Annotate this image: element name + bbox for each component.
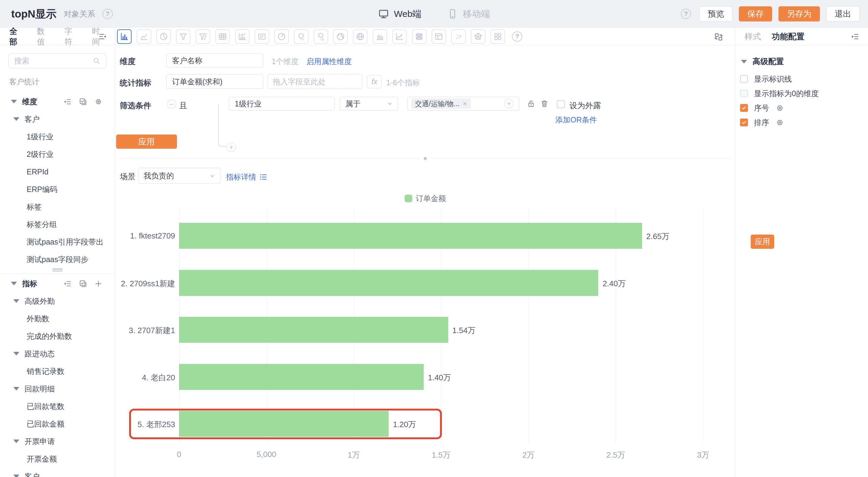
- chart-type-table-button[interactable]: [215, 29, 230, 44]
- sidebar-tab-1[interactable]: 全部: [9, 26, 23, 47]
- metric-detail-link[interactable]: 指标详情: [226, 172, 267, 182]
- collapse-panel-icon[interactable]: [420, 153, 431, 163]
- chart-type-gauge-button[interactable]: [274, 29, 289, 44]
- apply-query-button[interactable]: 应用: [116, 134, 177, 149]
- chart-type-funnel-compare-button[interactable]: [196, 29, 210, 44]
- add-or-condition-link[interactable]: 添加OR条件: [555, 115, 597, 125]
- tree-subgroup[interactable]: 开票申请: [0, 433, 115, 450]
- tree-subgroup[interactable]: 客户: [0, 468, 115, 477]
- save-button[interactable]: 保存: [739, 6, 772, 22]
- tree-item[interactable]: 销售记录数: [0, 362, 115, 380]
- add-filter-value-button[interactable]: +: [504, 99, 514, 108]
- tree-item[interactable]: 标签分组: [0, 216, 115, 233]
- chart-type-map-china-bubble-button[interactable]: CN: [314, 29, 328, 44]
- chart-type-radar-button[interactable]: [471, 29, 486, 44]
- sidebar-tab-2[interactable]: 数值: [37, 26, 51, 47]
- chart-type-crosstab-button[interactable]: [432, 29, 446, 44]
- indent-icon[interactable]: [63, 279, 72, 288]
- filter-operator-select[interactable]: 属于: [340, 97, 398, 110]
- advanced-config-section[interactable]: 高级配置: [741, 56, 868, 67]
- chart-type-map-china-button[interactable]: CN: [294, 29, 309, 44]
- metric-field-input[interactable]: [166, 74, 264, 89]
- settings-hexagon-icon[interactable]: [94, 97, 103, 106]
- filter-value-box[interactable]: 交通/运输/物...: [407, 97, 519, 110]
- chart-type-histogram-button[interactable]: [373, 29, 387, 44]
- swap-axes-icon[interactable]: [713, 32, 724, 42]
- tree-item[interactable]: 测试paas字段同步: [0, 251, 115, 268]
- multi-select-icon[interactable]: [79, 97, 87, 106]
- field-filter-icon[interactable]: [98, 32, 107, 41]
- tree-item[interactable]: ERPId: [0, 163, 115, 181]
- exit-button[interactable]: 退出: [826, 6, 860, 22]
- filter-field-input[interactable]: [229, 97, 335, 110]
- remove-tag-icon[interactable]: [462, 101, 467, 106]
- settings-hexagon-icon[interactable]: [775, 118, 784, 127]
- lock-icon[interactable]: [527, 99, 536, 108]
- tree-item[interactable]: 1级行业: [0, 128, 115, 146]
- chart-type-map-world-button[interactable]: [333, 29, 348, 44]
- chart-type-blocks-button[interactable]: [491, 29, 505, 44]
- tree-group[interactable]: 维度: [0, 93, 115, 110]
- tree-item[interactable]: 开票金额: [0, 450, 115, 468]
- mobile-toggle[interactable]: 移动端: [447, 8, 490, 20]
- chart-type-combo-button[interactable]: [235, 29, 249, 44]
- object-relation-help-icon[interactable]: ?: [102, 9, 113, 19]
- tree-item[interactable]: 测试paas引用字段带出: [0, 233, 115, 251]
- plus-icon[interactable]: [94, 279, 103, 288]
- object-relation-link[interactable]: 对象关系: [64, 9, 95, 19]
- chart-type-line-button[interactable]: [137, 29, 151, 44]
- help-icon[interactable]: ?: [681, 9, 691, 19]
- chart-type-scatter-button[interactable]: [451, 29, 466, 44]
- chart-type-card-button[interactable]: [255, 29, 269, 44]
- tree-item[interactable]: 2级行业: [0, 146, 115, 163]
- add-and-condition-button[interactable]: +: [226, 142, 236, 152]
- trash-icon[interactable]: [540, 99, 549, 108]
- config-option-checkbox[interactable]: [740, 75, 748, 83]
- field-search-input[interactable]: 搜索: [8, 53, 106, 68]
- tree-subgroup[interactable]: 高级外勤: [0, 292, 115, 310]
- bar[interactable]: [179, 270, 598, 296]
- metric-drop-zone[interactable]: 拖入字段至此处: [268, 74, 362, 89]
- tree-item[interactable]: ERP编码: [0, 181, 115, 198]
- tree-subgroup[interactable]: 跟进动态: [0, 345, 115, 362]
- tree-subgroup[interactable]: 回款明细: [0, 380, 115, 398]
- remove-condition-group-button[interactable]: −: [167, 99, 176, 109]
- indent-icon[interactable]: [63, 97, 72, 106]
- config-option-checkbox[interactable]: [740, 119, 748, 126]
- tree-item[interactable]: 标签: [0, 198, 115, 216]
- chart-type-bar-button[interactable]: [117, 29, 131, 44]
- chart-type-help-icon[interactable]: ?: [512, 31, 522, 42]
- dimension-field-input[interactable]: [166, 53, 264, 68]
- bar[interactable]: [179, 223, 642, 249]
- bar[interactable]: [179, 317, 448, 343]
- formula-button[interactable]: fx: [367, 75, 382, 88]
- multi-select-icon[interactable]: [79, 279, 87, 288]
- sidebar-tab-3[interactable]: 字符: [64, 26, 78, 47]
- config-option-checkbox[interactable]: [740, 104, 748, 112]
- chart-type-funnel-button[interactable]: [176, 29, 190, 44]
- tab-function-config[interactable]: 功能配置: [772, 31, 805, 42]
- config-option-checkbox[interactable]: [740, 90, 748, 97]
- web-toggle[interactable]: Web端: [378, 8, 421, 20]
- settings-hexagon-icon[interactable]: [775, 103, 784, 113]
- tree-item[interactable]: 已回款笔数: [0, 398, 115, 415]
- apply-config-button[interactable]: 应用: [751, 234, 774, 249]
- tree-item[interactable]: 外勤数: [0, 310, 115, 327]
- drag-handle-icon[interactable]: [52, 267, 63, 273]
- scene-select[interactable]: 我负责的: [138, 168, 220, 184]
- chart-type-trend-line-button[interactable]: [392, 29, 407, 44]
- preview-button[interactable]: 预览: [699, 6, 733, 22]
- tab-style[interactable]: 样式: [745, 31, 761, 42]
- enable-attribute-dimension-link[interactable]: 启用属性维度: [306, 57, 352, 66]
- tree-item[interactable]: 已回款金额: [0, 415, 115, 433]
- tree-item[interactable]: 完成的外勤数: [0, 327, 115, 345]
- chart-type-globe-button[interactable]: [353, 29, 368, 44]
- bar[interactable]: [179, 364, 424, 390]
- expose-checkbox[interactable]: [557, 100, 565, 108]
- tree-group[interactable]: 指标: [0, 275, 115, 292]
- tree-subgroup[interactable]: 客户: [0, 110, 115, 128]
- chart-type-pie-button[interactable]: [156, 29, 171, 44]
- chart-type-heatmap-button[interactable]: [412, 29, 427, 44]
- collapse-config-icon[interactable]: [850, 32, 860, 41]
- legend-item[interactable]: 订单金额: [405, 193, 446, 203]
